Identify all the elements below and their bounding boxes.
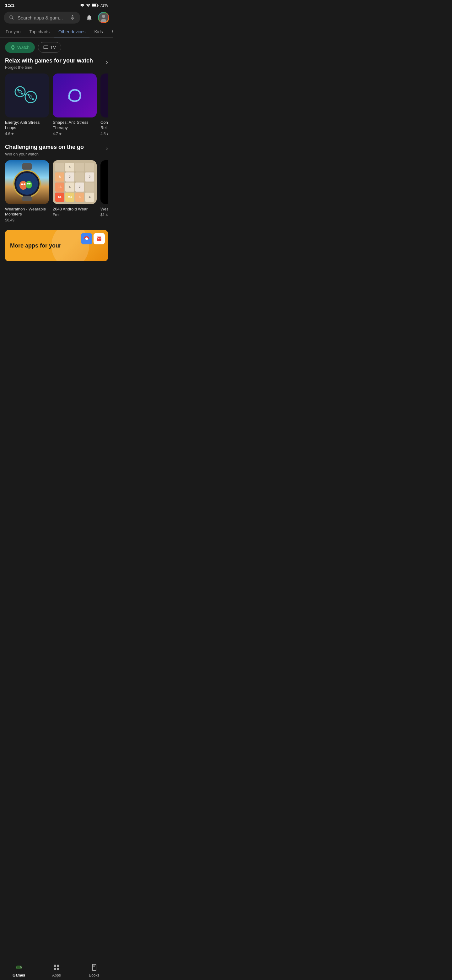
cell-8: 8 [55, 172, 64, 181]
connection-graphic [107, 80, 108, 111]
watch-icon [10, 45, 15, 50]
cell-empty [55, 163, 64, 172]
cell-2: 2 [65, 172, 75, 181]
svg-rect-24 [22, 163, 32, 170]
app-price-2048: Free [53, 213, 97, 217]
search-bar-row: Search apps & gam... [0, 9, 113, 26]
svg-point-28 [26, 181, 32, 188]
section-relax-header: Relax with games for your watch Forget t… [5, 57, 108, 70]
svg-point-14 [68, 89, 81, 102]
cell-empty [85, 163, 94, 172]
app-name-2048: 2048 Android Wear [53, 207, 97, 212]
app-name-energy: Energy: Anti Stress Loops [5, 120, 49, 130]
battery-percentage: 71% [100, 3, 108, 8]
svg-point-30 [24, 183, 25, 185]
wifi-icon [80, 3, 85, 7]
svg-point-5 [15, 87, 25, 97]
cell-empty [85, 183, 94, 192]
svg-point-31 [27, 183, 29, 185]
section-challenging-games: Challenging games on the go Win on your … [0, 143, 113, 230]
cell-64: 64 [55, 192, 64, 202]
svg-point-4 [101, 19, 106, 22]
app-card-2048[interactable]: 4 8 2 2 16 4 2 64 256 8 4 [53, 160, 97, 223]
pill-tv[interactable]: TV [38, 42, 61, 53]
shapes-graphic [60, 81, 89, 110]
svg-rect-1 [98, 5, 98, 6]
tab-for-you[interactable]: For you [1, 26, 25, 37]
svg-point-32 [29, 183, 31, 185]
pill-tv-label: TV [50, 45, 56, 50]
app-card-shapes[interactable]: Shapes: Anti Stress Therapy 4.7 ★ [53, 73, 97, 136]
star-icon: ★ [59, 132, 62, 136]
app-thumb-energy [5, 73, 49, 118]
mic-icon[interactable] [70, 15, 75, 21]
filter-pills: Watch TV [0, 38, 113, 57]
svg-point-10 [30, 96, 32, 98]
search-input[interactable]: Search apps & gam... [17, 15, 67, 21]
app-card-connection[interactable]: Connection - Stress Relief 4.5 ★ [100, 73, 108, 136]
app-card-wearamon[interactable]: Wearamon - Wearable Monsters $6.49 [5, 160, 49, 223]
grid-2048: 4 8 2 2 16 4 2 64 256 8 4 [55, 163, 94, 202]
asteroids-graphic [107, 167, 108, 198]
user-avatar[interactable] [98, 12, 109, 23]
svg-point-37 [86, 237, 88, 240]
svg-rect-2 [92, 4, 96, 6]
svg-rect-33 [22, 196, 32, 201]
cell-2: 2 [75, 183, 84, 192]
status-time: 1:21 [5, 3, 14, 8]
app-card-energy[interactable]: Energy: Anti Stress Loops 4.6 ★ [5, 73, 49, 136]
section-challenging-arrow[interactable]: › [106, 145, 108, 152]
app-rating-shapes: 4.7 ★ [53, 132, 97, 136]
app-name-asteroids: Wear Asteroids [100, 207, 108, 212]
status-bar: 1:21 71% [0, 0, 113, 9]
section-relax-games: Relax with games for your watch Forget t… [0, 57, 113, 143]
section-challenging-title-area: Challenging games on the go Win on your … [5, 143, 84, 156]
cell-4: 4 [65, 163, 75, 172]
tv-icon [43, 45, 48, 50]
section-relax-arrow[interactable]: › [106, 59, 108, 66]
signal-icon [86, 3, 90, 8]
battery-icon [92, 3, 98, 7]
star-icon: ★ [106, 132, 108, 136]
section-relax-subtitle: Forget the time [5, 65, 93, 70]
svg-point-7 [17, 89, 19, 91]
app-name-shapes: Shapes: Anti Stress Therapy [53, 120, 97, 130]
notifications-icon[interactable] [84, 12, 95, 23]
section-challenging-header: Challenging games on the go Win on your … [5, 143, 108, 156]
status-icons: 71% [80, 3, 108, 8]
cell-2: 2 [85, 172, 94, 181]
app-thumb-asteroids [100, 160, 108, 204]
tab-events[interactable]: Events [107, 26, 113, 37]
promo-app-icon-2 [94, 233, 105, 244]
tab-top-charts[interactable]: Top charts [25, 26, 54, 37]
cell-4: 4 [85, 192, 94, 202]
cell-4: 4 [65, 183, 75, 192]
app-thumb-2048: 4 8 2 2 16 4 2 64 256 8 4 [53, 160, 97, 204]
tab-kids[interactable]: Kids [90, 26, 107, 37]
section-challenging-title: Challenging games on the go [5, 143, 84, 151]
wearamon-graphic [11, 163, 43, 201]
cell-16: 16 [55, 183, 64, 192]
app-card-asteroids[interactable]: Wear Asteroids $1.49 [100, 160, 108, 223]
pill-watch-label: Watch [17, 45, 30, 50]
app-name-connection: Connection - Stress Relief [100, 120, 108, 130]
star-icon: ★ [11, 132, 14, 136]
promo-text: More apps for your [10, 242, 61, 249]
promo-banner[interactable]: More apps for your [5, 230, 108, 261]
app-price-asteroids: $1.49 [100, 213, 108, 217]
svg-point-12 [32, 98, 34, 100]
section-relax-title-area: Relax with games for your watch Forget t… [5, 57, 93, 70]
cell-empty [75, 163, 84, 172]
promo-icons-area [81, 233, 105, 244]
app-thumb-shapes [53, 73, 97, 118]
app-rating-energy: 4.6 ★ [5, 132, 49, 136]
search-icon [9, 15, 14, 21]
app-thumb-wearamon [5, 160, 49, 204]
section-challenging-subtitle: Win on your watch [5, 152, 84, 156]
relax-apps-row: Energy: Anti Stress Loops 4.6 ★ Shapes: … [5, 73, 108, 136]
search-container[interactable]: Search apps & gam... [4, 12, 80, 24]
pill-watch[interactable]: Watch [5, 42, 35, 53]
svg-point-6 [19, 91, 21, 93]
app-name-wearamon: Wearamon - Wearable Monsters [5, 207, 49, 217]
tab-other-devices[interactable]: Other devices [54, 26, 90, 37]
